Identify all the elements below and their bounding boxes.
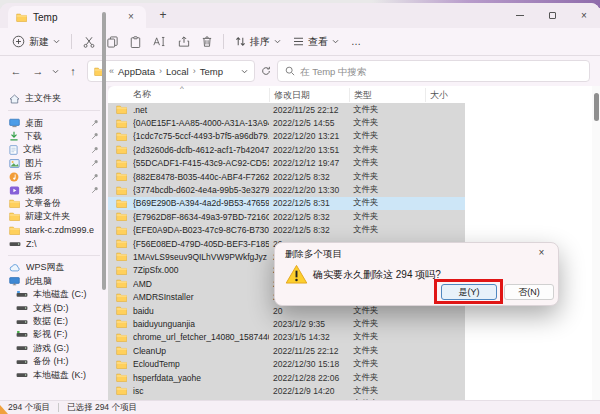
sidebar-item[interactable]: 音乐 bbox=[0, 170, 108, 183]
column-header-type[interactable]: 类型 bbox=[349, 88, 425, 102]
file-row[interactable]: {0A0E15F1-AA85-4000-A31A-13A94...2022/12… bbox=[108, 116, 465, 129]
sidebar-item[interactable]: Z:\ bbox=[0, 237, 108, 250]
folder-icon bbox=[16, 13, 27, 22]
view-button[interactable]: 查看 bbox=[287, 31, 345, 53]
tab-temp[interactable]: Temp × bbox=[8, 6, 146, 28]
breadcrumb-chevron-icon[interactable] bbox=[241, 69, 248, 74]
file-row[interactable]: {55DCADF1-F415-43c9-AC92-CD512...2022/12… bbox=[108, 157, 465, 170]
file-row[interactable]: hsperfdata_yaohe2022/12/28 22:06文件夹 bbox=[108, 371, 465, 384]
sidebar-divider bbox=[8, 255, 100, 256]
file-row[interactable]: {1cdc7c75-5ccf-4493-b7f5-a96db79...2022/… bbox=[108, 130, 465, 143]
file-row[interactable]: {2d3260d6-dcfb-4612-acf1-7b42047...2022/… bbox=[108, 143, 465, 156]
file-row[interactable]: {EFE0A9DA-B023-47c9-8C76-B73033...2022/1… bbox=[108, 224, 465, 237]
file-row[interactable]: {3774bcdb-d602-4e4a-99b5-3e3279...2022/1… bbox=[108, 183, 465, 196]
file-type: 文件夹 bbox=[349, 184, 425, 196]
sidebar-item[interactable]: 本地磁盘 (K:) bbox=[0, 368, 108, 381]
refresh-icon[interactable] bbox=[261, 66, 271, 76]
file-row[interactable]: baiduyunguanjia2023/1/2 9:35文件夹 bbox=[108, 317, 465, 330]
pin-icon bbox=[91, 186, 99, 194]
more-button[interactable]: … bbox=[345, 31, 367, 53]
maximize-button[interactable] bbox=[536, 3, 568, 28]
file-row[interactable]: {B69E290B-A394-4a2d-9B53-476596...2022/1… bbox=[108, 197, 465, 210]
new-tab-button[interactable]: + bbox=[154, 7, 172, 25]
sort-button[interactable]: 排序 bbox=[229, 31, 287, 53]
file-name: baiduyunguanjia bbox=[133, 319, 269, 329]
sidebar-item[interactable]: 下载 bbox=[0, 130, 108, 143]
history-chevron-icon[interactable] bbox=[52, 69, 59, 74]
breadcrumb-segment[interactable]: Temp bbox=[200, 66, 223, 77]
view-button-label: 查看 bbox=[308, 35, 328, 49]
column-header-size[interactable]: 大小 bbox=[425, 88, 465, 102]
file-row[interactable]: CleanUp2022/11/25 22:12文件夹 bbox=[108, 344, 465, 357]
sidebar-scrollbar[interactable] bbox=[102, 12, 106, 290]
sidebar-item[interactable]: 文档 bbox=[0, 143, 108, 156]
folder-icon bbox=[9, 199, 20, 208]
file-type: 文件夹 bbox=[349, 144, 425, 156]
sidebar-item[interactable]: 此电脑 bbox=[0, 275, 108, 288]
file-date: 2022/12/5 8:32 bbox=[269, 225, 349, 235]
sidebar-item[interactable]: 文档 (D:) bbox=[0, 301, 108, 314]
file-row[interactable]: isc2022/12/9 14:20文件夹 bbox=[108, 384, 465, 397]
paste-button[interactable] bbox=[124, 31, 147, 53]
up-button[interactable]: ↑ bbox=[65, 65, 81, 77]
minimize-button[interactable] bbox=[504, 3, 536, 28]
breadcrumb-segment[interactable]: AppData bbox=[118, 66, 155, 77]
chevron-down-icon bbox=[332, 39, 339, 44]
sidebar-item[interactable]: 图片 bbox=[0, 157, 108, 170]
download-icon bbox=[9, 131, 19, 141]
column-header-date[interactable]: 修改日期 bbox=[269, 88, 349, 102]
picture-icon bbox=[9, 159, 20, 168]
file-date: 2022/12/20 13:51 bbox=[269, 145, 349, 155]
no-button[interactable]: 否(N) bbox=[504, 284, 554, 300]
yes-button[interactable]: 是(Y) bbox=[441, 284, 497, 300]
sidebar-item[interactable]: 新建文件夹 bbox=[0, 210, 108, 223]
sidebar-item[interactable]: 游戏 (G:) bbox=[0, 342, 108, 355]
delete-button[interactable] bbox=[196, 31, 218, 53]
scrollbar-track[interactable] bbox=[592, 86, 600, 400]
cut-button[interactable] bbox=[77, 31, 101, 53]
rename-button[interactable] bbox=[147, 31, 172, 53]
sidebar-item[interactable]: 桌面 bbox=[0, 116, 108, 129]
sidebar-item[interactable]: 本地磁盘 (C:) bbox=[0, 288, 108, 301]
forward-button[interactable]: → bbox=[30, 65, 46, 77]
file-name: 7ZipSfx.000 bbox=[133, 265, 269, 275]
breadcrumb-segment[interactable]: Local bbox=[166, 66, 189, 77]
sidebar-item[interactable]: 主文件夹 bbox=[0, 92, 108, 105]
scrollbar-thumb[interactable] bbox=[594, 93, 599, 121]
file-name: isc bbox=[133, 386, 269, 396]
sidebar-item[interactable]: 影视 (F:) bbox=[0, 328, 108, 341]
close-icon: × bbox=[581, 10, 587, 21]
file-row[interactable]: {882E8478-B035-440c-ABF4-F7262D...2022/1… bbox=[108, 170, 465, 183]
sidebar-item[interactable]: stark-c.zdm999.e bbox=[0, 224, 108, 237]
folder-icon bbox=[116, 306, 127, 315]
drive-c-icon bbox=[16, 290, 28, 299]
tab-close-icon[interactable]: × bbox=[124, 10, 138, 24]
folder-icon bbox=[116, 293, 127, 302]
column-header-name[interactable]: 名称 bbox=[112, 88, 269, 101]
sidebar-item-label: WPS网盘 bbox=[26, 261, 65, 274]
file-row[interactable]: .net2022/11/25 22:12文件夹 bbox=[108, 103, 465, 116]
sidebar-item[interactable]: 备份 (H:) bbox=[0, 355, 108, 368]
new-button[interactable]: 新建 bbox=[6, 31, 66, 53]
file-row[interactable]: {E7962D8F-8634-49a3-97BD-7216C3...2022/1… bbox=[108, 210, 465, 223]
sidebar-item[interactable]: 数据 (E:) bbox=[0, 315, 108, 328]
sidebar-item[interactable]: WPS网盘 bbox=[0, 261, 108, 274]
sidebar-item[interactable]: 视频 bbox=[0, 183, 108, 196]
file-row[interactable]: EcloudTemp2022/12/30 15:18文件夹 bbox=[108, 357, 465, 370]
minimize-icon bbox=[516, 15, 524, 16]
close-button[interactable]: × bbox=[568, 3, 600, 28]
breadcrumb[interactable]: «AppData›Local›Temp bbox=[87, 60, 255, 82]
status-separator bbox=[58, 403, 59, 412]
drive-icon bbox=[16, 304, 28, 312]
sidebar-item[interactable]: 文章备份 bbox=[0, 197, 108, 210]
file-row[interactable]: chrome_url_fetcher_14080_1587440...2023/… bbox=[108, 331, 465, 344]
back-button[interactable]: ← bbox=[8, 65, 24, 77]
dialog-message: 确实要永久删除这 294 项吗? bbox=[313, 268, 441, 282]
dialog-close-icon[interactable]: × bbox=[534, 246, 549, 261]
search-input[interactable] bbox=[300, 66, 582, 77]
video-icon bbox=[9, 186, 20, 195]
breadcrumb-overflow[interactable]: « bbox=[109, 66, 114, 76]
file-name: {882E8478-B035-440c-ABF4-F7262D... bbox=[133, 172, 269, 182]
share-button[interactable] bbox=[172, 31, 196, 53]
drive-icon bbox=[16, 344, 28, 352]
